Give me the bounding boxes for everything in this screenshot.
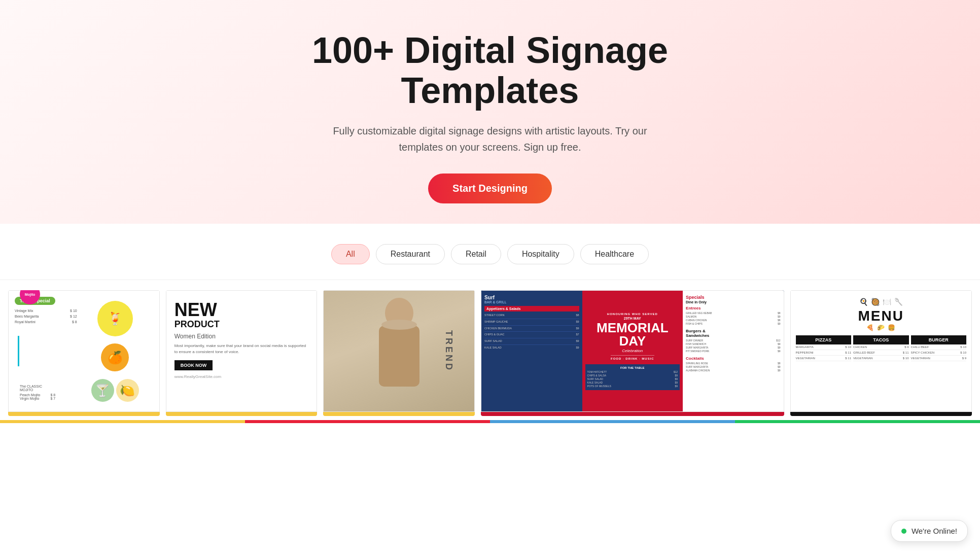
trend-label: TREND	[443, 330, 454, 372]
template-card-fashion[interactable]: TREND	[323, 290, 475, 416]
start-designing-button[interactable]: Start Designing	[428, 174, 552, 203]
filter-tab-healthcare[interactable]: Healthcare	[580, 244, 649, 264]
memorial-day-label: MEMORIALDAY	[597, 321, 669, 348]
card-bottom-bar	[323, 412, 475, 416]
memorial-col-red: HONOURING WHO SERVED 29TH MAY MEMORIALDA…	[582, 291, 683, 411]
blue-col-items: STREET CORN $8 SHRIMP GAUCHE $9 CHICKEN …	[484, 314, 579, 350]
mojito-price-list: The CLASSICMOJITO Peach Mojito$ 8 Virgin…	[20, 385, 55, 400]
product-description: Most importantly, make sure that your br…	[174, 343, 309, 354]
filter-tab-restaurant[interactable]: Restaurant	[376, 244, 445, 264]
entrees-label: Entrees	[686, 306, 780, 310]
svg-point-2	[381, 320, 417, 330]
appetizers-label: Appetizers & Salads	[484, 306, 579, 311]
cocktail-icon-1: 🍹	[97, 301, 133, 336]
memorial-col-white: Specials Dine in Only Entrees GRILLED VE…	[683, 291, 783, 411]
menu-columns: PIZZAS MARGARITA $ 10 PEPPERONI $ 11 VEG…	[796, 335, 966, 361]
dine-in-label: Dine in Only	[686, 300, 780, 304]
hero-section: 100+ Digital Signage Templates Fully cus…	[0, 0, 980, 224]
book-now-button[interactable]: BOOK NOW	[174, 360, 213, 370]
card-bottom-bar	[481, 412, 784, 416]
filter-tab-hospitality[interactable]: Hospitality	[507, 244, 574, 264]
cocktail-icon-4: 🍋	[116, 379, 139, 402]
menu-title: MENU	[796, 308, 966, 324]
honoring-label: HONOURING WHO SERVED	[607, 313, 658, 316]
person-silhouette	[369, 295, 430, 407]
decorative-bar	[18, 336, 19, 366]
food-drink-label: FOOD · DRINK · MUSIC	[611, 355, 654, 360]
filter-section: All Restaurant Retail Hospitality Health…	[0, 224, 980, 280]
cocktail-menu-items: Vintage Mix$ 10 Bees Margarita$ 12 Royal…	[15, 308, 77, 325]
memorial-col-blue: Surf BAR & GRILL Appetizers & Salads STR…	[481, 291, 582, 411]
new-label: NEW	[174, 301, 309, 319]
for-the-table: FOR THE TABLE TOM HATCHETT $12 CHIPS & S…	[585, 364, 680, 390]
cocktail-icon-3: 🍸	[91, 379, 114, 402]
filter-tab-retail[interactable]: Retail	[451, 244, 501, 264]
card-bottom-bar	[8, 412, 160, 416]
bar-grill-label: BAR & GRILL	[484, 300, 579, 304]
template-card-new-product[interactable]: NEW PRODUCT Women Edition Most important…	[166, 290, 318, 416]
card-bottom-bar	[166, 412, 318, 416]
hero-title: 100+ Digital Signage Templates	[10, 30, 970, 111]
burgers-label: Burgers &Sandwiches	[686, 329, 780, 338]
bottom-color-bar	[0, 420, 980, 423]
template-gallery: Today Special Vintage Mix$ 10 Bees Marga…	[0, 280, 980, 416]
template-card-memorial-day[interactable]: Surf BAR & GRILL Appetizers & Salads STR…	[481, 290, 784, 416]
cocktail-icon-2: 🍊	[101, 343, 129, 371]
filter-tab-all[interactable]: All	[331, 244, 370, 264]
tacos-header: TACOS	[853, 335, 908, 344]
template-card-cocktail[interactable]: Today Special Vintage Mix$ 10 Bees Marga…	[8, 290, 160, 416]
surf-label: Surf	[484, 295, 579, 300]
burger-header: BURGER	[911, 335, 966, 344]
product-url: www.ReallyGreatSite.com	[174, 374, 309, 379]
product-label: PRODUCT	[174, 319, 309, 330]
card-bottom-bar	[790, 412, 972, 416]
svg-rect-1	[379, 326, 419, 387]
kitchen-icons: 🍳🥘🍽️🥄	[796, 298, 966, 306]
product-edition: Women Edition	[174, 333, 309, 340]
cocktails-label: Cocktails	[686, 356, 780, 361]
template-card-menu-bw[interactable]: 🍳🥘🍽️🥄 MENU 🍕🌮🍔 PIZZAS MARGARITA $ 10 PEP…	[790, 290, 972, 416]
specials-label: Specials	[686, 295, 780, 300]
pizzas-header: PIZZAS	[796, 335, 851, 344]
menu-bw-icons-2: 🍕🌮🍔	[796, 324, 966, 331]
hero-subtitle: Fully customizable digital signage desig…	[333, 123, 647, 155]
